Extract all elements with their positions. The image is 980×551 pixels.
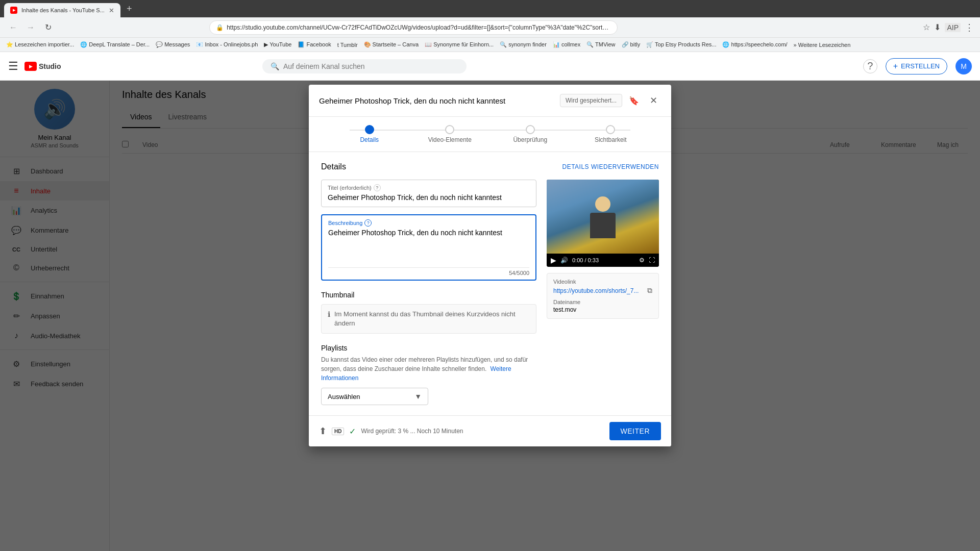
yt-logo-icon: ▶ (24, 62, 37, 71)
create-button[interactable]: + ERSTELLEN (886, 58, 947, 74)
playlists-section: Playlists Du kannst das Video einer oder… (321, 344, 536, 405)
fullscreen-icon[interactable]: ⛶ (649, 257, 655, 264)
modal-body: Details DETAILS WIEDERVERWENDEN Tit (309, 152, 671, 415)
desc-field-label: Beschreibung (328, 220, 362, 226)
description-input[interactable]: Geheimer Photoshop Trick, den du noch ni… (322, 227, 535, 267)
steps-bar: Details Video-Elemente Überprüfung Sicht… (309, 117, 671, 152)
modal-close-button[interactable]: ✕ (646, 93, 661, 108)
video-thumbnail (547, 180, 659, 254)
step-label-details: Details (360, 136, 379, 143)
modal-title: Geheimer Photoshop Trick, den du noch ni… (319, 96, 560, 105)
video-preview: ▶ 🔊 0:00 / 0:33 ⚙ ⛶ (547, 180, 659, 267)
tab-favicon: ▶ (10, 7, 17, 14)
studio-search[interactable]: 🔍 (262, 59, 467, 73)
info-circle-icon: ℹ (328, 310, 330, 318)
video-url[interactable]: https://youtube.com/shorts/_7... (553, 287, 645, 294)
time-display: 0:00 / 0:33 (572, 257, 635, 263)
step-sichtbarkeit[interactable]: Sichtbarkeit (571, 125, 651, 143)
bookmark-item[interactable]: 🎨 Startseite – Canva (361, 40, 422, 49)
step-details[interactable]: Details (329, 125, 410, 143)
desc-field-help-icon[interactable]: ? (364, 219, 372, 227)
nav-refresh-button[interactable]: ↻ (41, 20, 55, 35)
browser-more-icon[interactable]: ⋮ (965, 22, 974, 33)
copy-link-icon[interactable]: ⧉ (647, 286, 652, 295)
tab-close[interactable]: ✕ (109, 7, 114, 14)
create-label: ERSTELLEN (901, 62, 940, 70)
browser-star-icon[interactable]: ☆ (923, 22, 930, 32)
modal-footer: ⬆ HD ✓ Wird geprüft: 3 % ... Noch 10 Min… (309, 415, 671, 446)
playlist-select-text: Auswählen (328, 393, 360, 400)
playlists-description: Du kannst das Video einer oder mehreren … (321, 355, 536, 383)
browser-tab-active[interactable]: ▶ Inhalte des Kanals - YouTube S... ✕ (4, 3, 120, 17)
url-text: https://studio.youtube.com/channel/UCvw-… (227, 24, 611, 31)
filename-value: test.mov (553, 306, 652, 313)
next-button[interactable]: WEITER (609, 422, 661, 440)
upload-icon: ⬆ (319, 425, 327, 437)
footer-left: ⬆ HD ✓ Wird geprüft: 3 % ... Noch 10 Min… (319, 425, 463, 437)
studio-topbar: ☰ ▶ Studio 🔍 ? + ERSTELLEN M (0, 52, 980, 81)
bookmark-item[interactable]: 🔗 bitly (619, 40, 644, 49)
bookmark-item[interactable]: 🛒 Top Etsy Products Res... (643, 40, 719, 49)
sidebar-toggle-icon[interactable]: ☰ (8, 60, 18, 73)
thumbnail-section: Thumbnail ℹ Im Moment kannst du das Thum… (321, 291, 536, 334)
modal-overlay: Geheimer Photoshop Trick, den du noch ni… (0, 81, 980, 551)
bookmark-item[interactable]: 📧 Inbox - Onlinejobs.ph (193, 40, 261, 49)
title-input[interactable] (322, 191, 536, 207)
bookmark-item[interactable]: 🔍 synonym finder (497, 40, 550, 49)
thumbnail-info-text: Im Moment kannst du das Thumbnail deines… (334, 310, 530, 328)
bookmark-item[interactable]: 🌐 DeepL Translate – Der... (77, 40, 153, 49)
step-label-ueberpruefung: Überprüfung (513, 136, 547, 143)
browser-extension-icon[interactable]: AIP (945, 23, 961, 32)
step-circle-details (365, 125, 374, 134)
browser-download-icon[interactable]: ⬇ (934, 22, 941, 32)
step-ueberpruefung[interactable]: Überprüfung (490, 125, 571, 143)
browser-nav-bar: ← → ↻ 🔒 https://studio.youtube.com/chann… (0, 17, 980, 38)
lock-icon: 🔒 (216, 24, 224, 31)
filename-label: Dateiname (553, 299, 652, 305)
video-link-label: Videolink (553, 279, 652, 285)
browser-tabs-bar: ▶ Inhalte des Kanals - YouTube S... ✕ + (0, 0, 980, 17)
step-circle-video-elements (445, 125, 454, 134)
play-button[interactable]: ▶ (551, 256, 556, 264)
bookmark-item[interactable]: ⭐ Lesezeichen importier... (3, 40, 77, 49)
tab-title: Inhalte des Kanals - YouTube S... (21, 7, 105, 13)
title-field-help-icon[interactable]: ? (374, 184, 381, 191)
bookmark-item[interactable]: 📊 collmex (550, 40, 583, 49)
create-icon: + (893, 62, 898, 71)
search-input[interactable] (283, 62, 458, 70)
new-tab-button[interactable]: + (122, 4, 136, 14)
step-circle-sichtbarkeit (606, 125, 615, 134)
playlist-select[interactable]: Auswählen ▼ (321, 388, 428, 405)
step-circle-ueberpruefung (526, 125, 535, 134)
address-bar[interactable]: 🔒 https://studio.youtube.com/channel/UCv… (209, 20, 618, 35)
bookmark-item[interactable]: 📘 Facebook (295, 40, 334, 49)
user-avatar[interactable]: M (955, 58, 972, 74)
bookmark-more[interactable]: » Weitere Lesezeichen (791, 41, 854, 49)
step-label-sichtbarkeit: Sichtbarkeit (595, 136, 627, 143)
description-field: Beschreibung ? Geheimer Photoshop Trick,… (321, 214, 536, 281)
bookmark-item[interactable]: 📖 Synonyme für Einhorn... (422, 40, 497, 49)
bookmark-item[interactable]: t Tumblr (334, 41, 361, 49)
title-field-label: Titel (erforderlich) (328, 185, 372, 191)
yt-studio-logo[interactable]: ▶ Studio (24, 62, 61, 71)
bookmark-youtube[interactable]: ▶ YouTube (261, 40, 295, 49)
bookmarks-bar: ⭐ Lesezeichen importier... 🌐 DeepL Trans… (0, 38, 980, 52)
bookmark-icon[interactable]: 🔖 (626, 93, 642, 108)
step-video-elements[interactable]: Video-Elemente (410, 125, 491, 143)
nav-forward-button[interactable]: → (23, 20, 38, 35)
bookmark-item[interactable]: 🌐 https://speechelo.com/ (719, 40, 790, 49)
video-link-section: Videolink https://youtube.com/shorts/_7.… (547, 273, 659, 319)
check-icon: ✓ (349, 427, 356, 436)
nav-back-button[interactable]: ← (6, 20, 20, 35)
bookmark-item[interactable]: 💬 Messages (153, 40, 193, 49)
settings-icon[interactable]: ⚙ (639, 257, 645, 264)
bookmark-item[interactable]: 🔍 TMView (583, 40, 618, 49)
search-icon: 🔍 (271, 62, 279, 70)
title-field: Titel (erforderlich) ? (321, 180, 536, 207)
reuse-details-button[interactable]: DETAILS WIEDERVERWENDEN (562, 163, 659, 170)
hd-badge: HD (332, 428, 344, 435)
volume-button[interactable]: 🔊 (560, 257, 568, 264)
help-icon[interactable]: ? (863, 59, 877, 73)
step-label-video-elements: Video-Elemente (428, 136, 472, 143)
modal-header: Geheimer Photoshop Trick, den du noch ni… (309, 85, 671, 117)
